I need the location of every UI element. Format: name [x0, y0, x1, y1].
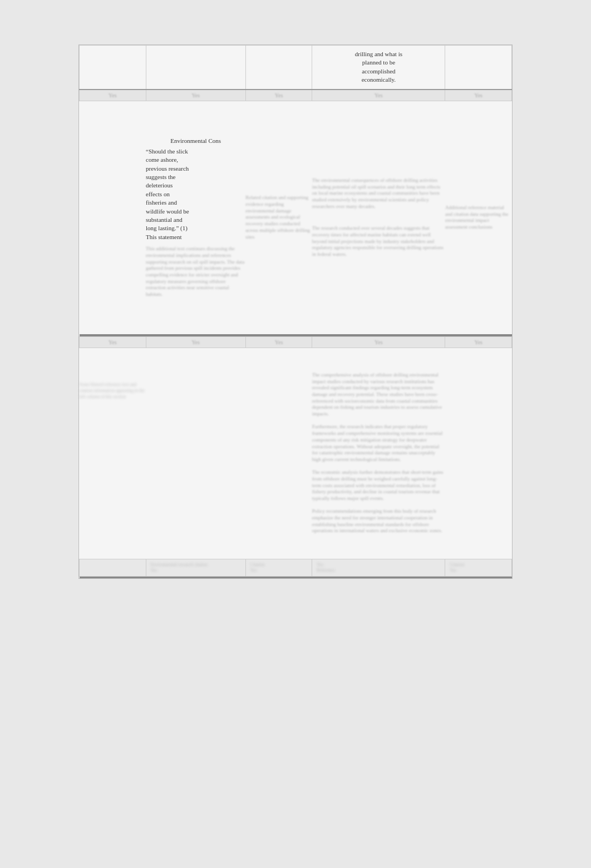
s2-h-col2-label: Yes	[151, 339, 241, 345]
drilling-line3: accomplished	[362, 68, 395, 75]
s1-h-col5: Yes	[445, 90, 512, 101]
bottom-border-cell	[80, 577, 512, 578]
slick-line10: long lasting.” (1)	[146, 225, 188, 231]
section1-content-row: Environmental Cons “Should the slick com…	[80, 101, 512, 334]
env-cons-body: “Should the slick come ashore, previous …	[146, 147, 245, 241]
s1-h-col5-label: Yes	[450, 92, 507, 98]
s2-h-col4-label: Yes	[317, 339, 440, 345]
s1-h-col3: Yes	[245, 90, 312, 101]
slick-line4: suggests the	[146, 173, 175, 180]
s1-h-col4-label: Yes	[317, 92, 440, 98]
s2-f-col1	[80, 559, 146, 577]
section2-body: Yes Yes Yes Yes Yes	[80, 336, 512, 577]
section1-body: Yes Yes Yes Yes Yes	[80, 90, 512, 335]
s2-h-col3: Yes	[245, 336, 312, 348]
section2-header-row: Yes Yes Yes Yes Yes	[80, 336, 512, 348]
drilling-line2: planned to be	[362, 59, 395, 66]
slick-line9: substantial and	[146, 216, 183, 223]
drilling-line4: economically.	[362, 76, 396, 83]
s2-h-col4: Yes	[312, 336, 445, 348]
section2-content-row: Some blurred reference text and citation…	[80, 348, 512, 559]
s2-col3	[245, 348, 312, 559]
s2-h-col1: Yes	[80, 336, 146, 348]
env-cons-title: Environmental Cons	[146, 137, 245, 144]
s1-h-col2: Yes	[146, 90, 245, 101]
s1-h-col2-label: Yes	[151, 92, 241, 98]
top-col2	[146, 46, 245, 90]
s2-col4-main: The comprehensive analysis of offshore d…	[312, 372, 445, 534]
slick-line11: This statement	[146, 234, 181, 240]
top-partial-row: drilling and what is planned to be accom…	[80, 46, 512, 90]
s1-col1	[80, 101, 146, 334]
s2-h-col1-label: Yes	[84, 339, 141, 345]
s2-f-col3: CitationYes	[245, 559, 312, 577]
s1-col2: Environmental Cons “Should the slick com…	[146, 101, 245, 334]
s2-col4: The comprehensive analysis of offshore d…	[312, 348, 445, 559]
s1-h-col3-label: Yes	[250, 92, 308, 98]
s2-f-col5-text: CitationYes	[450, 562, 507, 574]
main-table: drilling and what is planned to be accom…	[79, 45, 512, 578]
top-col5	[445, 46, 512, 90]
page-container: drilling and what is planned to be accom…	[78, 44, 513, 579]
top-col1	[80, 46, 146, 90]
s2-h-col3-label: Yes	[250, 339, 308, 345]
s2-f-col2-text: Environmental research citationYes	[151, 562, 241, 574]
slick-line6: effects on	[146, 191, 170, 197]
bottom-border-body	[80, 577, 512, 578]
s2-col1: Some blurred reference text and citation…	[80, 348, 146, 559]
env-cons-label: Environmental Cons	[170, 137, 221, 144]
slick-line3: previous research	[146, 165, 189, 172]
s2-f-col5: CitationYes	[445, 559, 512, 577]
s1-col5: Additional reference material and citati…	[445, 101, 512, 334]
s1-h-col1: Yes	[80, 90, 146, 101]
s2-h-col5-label: Yes	[450, 339, 507, 345]
s2-h-col5: Yes	[445, 336, 512, 348]
top-partial-section: drilling and what is planned to be accom…	[80, 46, 512, 90]
s1-col3-blurred: Related citation and supporting evidence…	[245, 195, 312, 240]
s1-col3: Related citation and supporting evidence…	[245, 101, 312, 334]
s1-col4-blurred-1: The environmental consequences of offsho…	[312, 177, 445, 210]
s2-col2	[146, 348, 245, 559]
slick-line1: “Should the slick	[146, 148, 188, 155]
s1-col4: The environmental consequences of offsho…	[312, 101, 445, 334]
section2-footer-row: Environmental research citationYes Citat…	[80, 559, 512, 577]
s1-h-col1-label: Yes	[84, 92, 141, 98]
s2-f-col2: Environmental research citationYes	[146, 559, 245, 577]
slick-line7: fisheries and	[146, 199, 177, 206]
section1-header-row: Yes Yes Yes Yes Yes	[80, 90, 512, 101]
top-col4: drilling and what is planned to be accom…	[312, 46, 445, 90]
s2-col1-blurred: Some blurred reference text and citation…	[80, 381, 146, 400]
s1-col2-blurred: This additional text continues discussin…	[146, 246, 245, 298]
slick-line2: come ashore,	[146, 156, 178, 163]
s1-h-col4: Yes	[312, 90, 445, 101]
bottom-border-row	[80, 577, 512, 578]
top-col3	[245, 46, 312, 90]
s1-col5-blurred: Additional reference material and citati…	[445, 205, 512, 231]
slick-line8: wildlife would be	[146, 208, 189, 215]
drilling-line1: drilling and what is	[355, 51, 402, 57]
top-col4-text: drilling and what is planned to be accom…	[318, 50, 439, 85]
s2-col5	[445, 348, 512, 559]
s2-f-col4-text: YesReference	[317, 562, 440, 574]
s1-col4-blurred-2: The research conducted over several deca…	[312, 225, 445, 257]
s2-h-col2: Yes	[146, 336, 245, 348]
s2-f-col3-text: CitationYes	[250, 562, 308, 574]
slick-line5: deleterious	[146, 182, 173, 189]
s2-f-col4: YesReference	[312, 559, 445, 577]
